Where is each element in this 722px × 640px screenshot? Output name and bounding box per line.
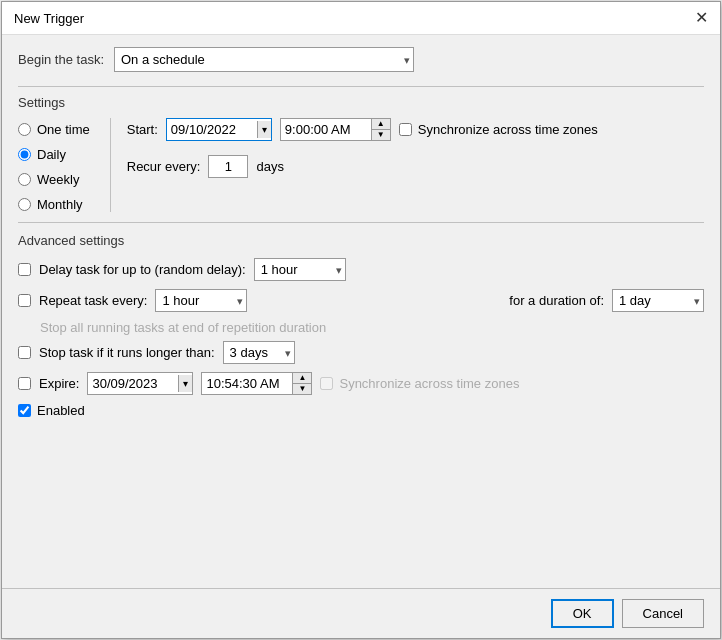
expire-sync-wrapper: Synchronize across time zones xyxy=(320,376,519,391)
radio-weekly-input[interactable] xyxy=(18,173,31,186)
expire-time-input[interactable] xyxy=(202,373,292,394)
delay-select[interactable]: 30 minutes 1 hour 2 hours 4 hours xyxy=(254,258,346,281)
radio-weekly: Weekly xyxy=(18,172,90,187)
expire-date-input[interactable] xyxy=(88,373,178,394)
delay-select-wrapper: 30 minutes 1 hour 2 hours 4 hours xyxy=(254,258,346,281)
radio-one-time-input[interactable] xyxy=(18,123,31,136)
dialog-content: Begin the task: On a schedule At log on … xyxy=(2,35,720,588)
repeat-checkbox[interactable] xyxy=(18,294,31,307)
expire-time-spin-up[interactable]: ▲ xyxy=(293,373,311,384)
recur-input[interactable] xyxy=(208,155,248,178)
radio-daily-input[interactable] xyxy=(18,148,31,161)
settings-section-label: Settings xyxy=(18,95,704,110)
cancel-button[interactable]: Cancel xyxy=(622,599,704,628)
delay-task-row: Delay task for up to (random delay): 30 … xyxy=(18,258,704,281)
dialog-title: New Trigger xyxy=(14,11,84,26)
radio-daily-label: Daily xyxy=(37,147,66,162)
start-time-input[interactable] xyxy=(281,119,371,140)
repeat-task-row: Repeat task every: 5 minutes 10 minutes … xyxy=(18,289,704,312)
expire-label: Expire: xyxy=(39,376,79,391)
enabled-label: Enabled xyxy=(37,403,85,418)
repeat-label: Repeat task every: xyxy=(39,293,147,308)
advanced-section-label: Advanced settings xyxy=(18,233,704,248)
radio-one-time: One time xyxy=(18,122,90,137)
begin-task-select[interactable]: On a schedule At log on At startup xyxy=(114,47,414,72)
expire-date-wrapper: ▾ xyxy=(87,372,193,395)
recur-label: Recur every: xyxy=(127,159,201,174)
stop-longer-select-wrapper: 1 hour 2 hours 1 day 3 days xyxy=(223,341,295,364)
begin-task-label: Begin the task: xyxy=(18,52,104,67)
settings-right: Start: ▾ ▲ ▼ Synchronize acr xyxy=(110,118,704,212)
enabled-row: Enabled xyxy=(18,403,704,418)
delay-label: Delay task for up to (random delay): xyxy=(39,262,246,277)
radio-daily: Daily xyxy=(18,147,90,162)
stop-longer-row: Stop task if it runs longer than: 1 hour… xyxy=(18,341,704,364)
expire-sync-checkbox[interactable] xyxy=(320,377,333,390)
start-row: Start: ▾ ▲ ▼ Synchronize acr xyxy=(127,118,704,141)
recur-row: Recur every: days xyxy=(127,155,704,178)
stop-longer-label: Stop task if it runs longer than: xyxy=(39,345,215,360)
start-date-calendar-button[interactable]: ▾ xyxy=(257,121,271,138)
ok-button[interactable]: OK xyxy=(551,599,614,628)
expire-time-spin-buttons: ▲ ▼ xyxy=(292,373,311,394)
start-time-wrapper: ▲ ▼ xyxy=(280,118,391,141)
advanced-section: Advanced settings Delay task for up to (… xyxy=(18,233,704,418)
time-spin-down[interactable]: ▼ xyxy=(372,130,390,140)
radio-col: One time Daily Weekly Monthly xyxy=(18,118,90,212)
expire-row: Expire: ▾ ▲ ▼ Synchronize across time zo… xyxy=(18,372,704,395)
duration-select-wrapper: 15 minutes 1 hour 1 day Indefinitely xyxy=(612,289,704,312)
radio-monthly-label: Monthly xyxy=(37,197,83,212)
start-date-input[interactable] xyxy=(167,119,257,140)
start-date-wrapper: ▾ xyxy=(166,118,272,141)
radio-weekly-label: Weekly xyxy=(37,172,79,187)
begin-task-row: Begin the task: On a schedule At log on … xyxy=(18,47,704,72)
enabled-checkbox[interactable] xyxy=(18,404,31,417)
divider-1 xyxy=(18,86,704,87)
delay-checkbox[interactable] xyxy=(18,263,31,276)
start-label: Start: xyxy=(127,122,158,137)
expire-date-calendar-button[interactable]: ▾ xyxy=(178,375,192,392)
time-spin-buttons: ▲ ▼ xyxy=(371,119,390,140)
expire-time-spin-down[interactable]: ▼ xyxy=(293,384,311,394)
sync-checkbox[interactable] xyxy=(399,123,412,136)
sync-checkbox-wrapper: Synchronize across time zones xyxy=(399,122,598,137)
radio-monthly-input[interactable] xyxy=(18,198,31,211)
footer: OK Cancel xyxy=(2,588,720,638)
stop-longer-select[interactable]: 1 hour 2 hours 1 day 3 days xyxy=(223,341,295,364)
new-trigger-dialog: New Trigger ✕ Begin the task: On a sched… xyxy=(1,1,721,639)
repeat-select[interactable]: 5 minutes 10 minutes 1 hour 30 minutes xyxy=(155,289,247,312)
stop-running-label: Stop all running tasks at end of repetit… xyxy=(40,320,704,335)
recur-unit: days xyxy=(256,159,283,174)
radio-one-time-label: One time xyxy=(37,122,90,137)
expire-sync-label: Synchronize across time zones xyxy=(339,376,519,391)
time-spin-up[interactable]: ▲ xyxy=(372,119,390,130)
stop-longer-checkbox[interactable] xyxy=(18,346,31,359)
repeat-select-wrapper: 5 minutes 10 minutes 1 hour 30 minutes xyxy=(155,289,247,312)
begin-task-select-wrapper: On a schedule At log on At startup xyxy=(114,47,414,72)
title-bar: New Trigger ✕ xyxy=(2,2,720,35)
radio-monthly: Monthly xyxy=(18,197,90,212)
expire-checkbox[interactable] xyxy=(18,377,31,390)
expire-time-wrapper: ▲ ▼ xyxy=(201,372,312,395)
sync-label: Synchronize across time zones xyxy=(418,122,598,137)
divider-2 xyxy=(18,222,704,223)
close-button[interactable]: ✕ xyxy=(695,10,708,26)
settings-section: One time Daily Weekly Monthly xyxy=(18,118,704,212)
duration-label: for a duration of: xyxy=(509,293,604,308)
duration-select[interactable]: 15 minutes 1 hour 1 day Indefinitely xyxy=(612,289,704,312)
